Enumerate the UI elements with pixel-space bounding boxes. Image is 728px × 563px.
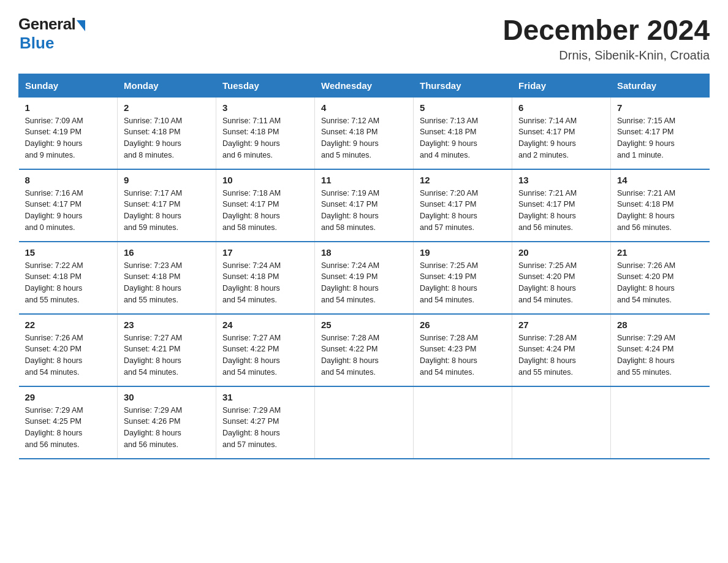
day-number: 30 bbox=[124, 392, 210, 402]
day-info: Sunrise: 7:09 AM Sunset: 4:19 PM Dayligh… bbox=[25, 115, 112, 161]
day-info: Sunrise: 7:28 AM Sunset: 4:24 PM Dayligh… bbox=[518, 332, 604, 378]
day-info: Sunrise: 7:10 AM Sunset: 4:18 PM Dayligh… bbox=[124, 115, 210, 161]
day-number: 25 bbox=[321, 320, 407, 330]
calendar-day-cell: 6Sunrise: 7:14 AM Sunset: 4:17 PM Daylig… bbox=[512, 97, 611, 169]
location-subtitle: Drnis, Sibenik-Knin, Croatia bbox=[502, 48, 710, 63]
calendar-table: SundayMondayTuesdayWednesdayThursdayFrid… bbox=[18, 74, 710, 459]
day-number: 19 bbox=[420, 247, 506, 258]
calendar-day-cell: 5Sunrise: 7:13 AM Sunset: 4:18 PM Daylig… bbox=[414, 97, 512, 169]
header-tuesday: Tuesday bbox=[216, 74, 315, 97]
calendar-day-cell bbox=[512, 386, 611, 459]
day-number: 8 bbox=[25, 175, 112, 185]
day-info: Sunrise: 7:17 AM Sunset: 4:17 PM Dayligh… bbox=[124, 188, 210, 234]
calendar-day-cell bbox=[315, 386, 414, 459]
calendar-day-cell: 23Sunrise: 7:27 AM Sunset: 4:21 PM Dayli… bbox=[118, 314, 216, 386]
day-info: Sunrise: 7:21 AM Sunset: 4:18 PM Dayligh… bbox=[617, 188, 703, 234]
logo-arrow-icon bbox=[77, 20, 85, 31]
calendar-day-cell: 12Sunrise: 7:20 AM Sunset: 4:17 PM Dayli… bbox=[414, 169, 512, 242]
calendar-day-cell: 22Sunrise: 7:26 AM Sunset: 4:20 PM Dayli… bbox=[19, 314, 118, 386]
calendar-day-cell: 31Sunrise: 7:29 AM Sunset: 4:27 PM Dayli… bbox=[216, 386, 315, 459]
day-info: Sunrise: 7:29 AM Sunset: 4:24 PM Dayligh… bbox=[617, 332, 703, 378]
day-number: 4 bbox=[321, 102, 407, 113]
month-title: December 2024 bbox=[502, 15, 710, 46]
calendar-week-row: 22Sunrise: 7:26 AM Sunset: 4:20 PM Dayli… bbox=[19, 314, 710, 386]
calendar-day-cell: 16Sunrise: 7:23 AM Sunset: 4:18 PM Dayli… bbox=[118, 242, 216, 314]
calendar-day-cell: 17Sunrise: 7:24 AM Sunset: 4:18 PM Dayli… bbox=[216, 242, 315, 314]
day-info: Sunrise: 7:18 AM Sunset: 4:17 PM Dayligh… bbox=[222, 188, 308, 234]
calendar-day-cell: 27Sunrise: 7:28 AM Sunset: 4:24 PM Dayli… bbox=[512, 314, 611, 386]
day-info: Sunrise: 7:23 AM Sunset: 4:18 PM Dayligh… bbox=[124, 260, 210, 306]
calendar-week-row: 29Sunrise: 7:29 AM Sunset: 4:25 PM Dayli… bbox=[19, 386, 710, 459]
header-thursday: Thursday bbox=[414, 74, 512, 97]
day-number: 18 bbox=[321, 247, 407, 258]
day-number: 20 bbox=[518, 247, 604, 258]
day-number: 7 bbox=[617, 102, 703, 113]
calendar-day-cell: 18Sunrise: 7:24 AM Sunset: 4:19 PM Dayli… bbox=[315, 242, 414, 314]
day-number: 6 bbox=[518, 102, 604, 113]
day-number: 21 bbox=[617, 247, 703, 258]
page-header: General Blue December 2024 Drnis, Sibeni… bbox=[18, 15, 710, 63]
day-info: Sunrise: 7:12 AM Sunset: 4:18 PM Dayligh… bbox=[321, 115, 407, 161]
day-info: Sunrise: 7:28 AM Sunset: 4:22 PM Dayligh… bbox=[321, 332, 407, 378]
day-info: Sunrise: 7:29 AM Sunset: 4:25 PM Dayligh… bbox=[25, 405, 112, 451]
day-info: Sunrise: 7:25 AM Sunset: 4:20 PM Dayligh… bbox=[518, 260, 604, 306]
calendar-day-cell: 19Sunrise: 7:25 AM Sunset: 4:19 PM Dayli… bbox=[414, 242, 512, 314]
calendar-day-cell: 4Sunrise: 7:12 AM Sunset: 4:18 PM Daylig… bbox=[315, 97, 414, 169]
day-number: 28 bbox=[617, 320, 703, 330]
day-number: 16 bbox=[124, 247, 210, 258]
day-number: 11 bbox=[321, 175, 407, 185]
calendar-day-cell: 11Sunrise: 7:19 AM Sunset: 4:17 PM Dayli… bbox=[315, 169, 414, 242]
calendar-day-cell: 15Sunrise: 7:22 AM Sunset: 4:18 PM Dayli… bbox=[19, 242, 118, 314]
day-info: Sunrise: 7:13 AM Sunset: 4:18 PM Dayligh… bbox=[420, 115, 506, 161]
calendar-day-cell: 9Sunrise: 7:17 AM Sunset: 4:17 PM Daylig… bbox=[118, 169, 216, 242]
day-info: Sunrise: 7:11 AM Sunset: 4:18 PM Dayligh… bbox=[222, 115, 308, 161]
header-sunday: Sunday bbox=[19, 74, 118, 97]
day-number: 13 bbox=[518, 175, 604, 185]
header-friday: Friday bbox=[512, 74, 611, 97]
day-info: Sunrise: 7:20 AM Sunset: 4:17 PM Dayligh… bbox=[420, 188, 506, 234]
day-number: 15 bbox=[25, 247, 112, 258]
calendar-day-cell: 8Sunrise: 7:16 AM Sunset: 4:17 PM Daylig… bbox=[19, 169, 118, 242]
day-number: 26 bbox=[420, 320, 506, 330]
title-area: December 2024 Drnis, Sibenik-Knin, Croat… bbox=[502, 15, 710, 63]
day-number: 29 bbox=[25, 392, 112, 402]
day-info: Sunrise: 7:16 AM Sunset: 4:17 PM Dayligh… bbox=[25, 188, 112, 234]
calendar-day-cell: 30Sunrise: 7:29 AM Sunset: 4:26 PM Dayli… bbox=[118, 386, 216, 459]
day-number: 2 bbox=[124, 102, 210, 113]
day-info: Sunrise: 7:29 AM Sunset: 4:26 PM Dayligh… bbox=[124, 405, 210, 451]
day-number: 9 bbox=[124, 175, 210, 185]
day-info: Sunrise: 7:26 AM Sunset: 4:20 PM Dayligh… bbox=[617, 260, 703, 306]
logo: General Blue bbox=[18, 15, 85, 53]
calendar-day-cell: 3Sunrise: 7:11 AM Sunset: 4:18 PM Daylig… bbox=[216, 97, 315, 169]
calendar-header-row: SundayMondayTuesdayWednesdayThursdayFrid… bbox=[19, 74, 710, 97]
header-wednesday: Wednesday bbox=[315, 74, 414, 97]
day-info: Sunrise: 7:28 AM Sunset: 4:23 PM Dayligh… bbox=[420, 332, 506, 378]
calendar-day-cell bbox=[611, 386, 710, 459]
calendar-day-cell: 13Sunrise: 7:21 AM Sunset: 4:17 PM Dayli… bbox=[512, 169, 611, 242]
calendar-day-cell: 20Sunrise: 7:25 AM Sunset: 4:20 PM Dayli… bbox=[512, 242, 611, 314]
header-monday: Monday bbox=[118, 74, 216, 97]
header-saturday: Saturday bbox=[611, 74, 710, 97]
day-info: Sunrise: 7:24 AM Sunset: 4:18 PM Dayligh… bbox=[222, 260, 308, 306]
day-number: 22 bbox=[25, 320, 112, 330]
day-number: 31 bbox=[222, 392, 308, 402]
day-number: 3 bbox=[222, 102, 308, 113]
day-info: Sunrise: 7:21 AM Sunset: 4:17 PM Dayligh… bbox=[518, 188, 604, 234]
calendar-day-cell: 2Sunrise: 7:10 AM Sunset: 4:18 PM Daylig… bbox=[118, 97, 216, 169]
calendar-week-row: 8Sunrise: 7:16 AM Sunset: 4:17 PM Daylig… bbox=[19, 169, 710, 242]
calendar-day-cell: 29Sunrise: 7:29 AM Sunset: 4:25 PM Dayli… bbox=[19, 386, 118, 459]
day-info: Sunrise: 7:27 AM Sunset: 4:22 PM Dayligh… bbox=[222, 332, 308, 378]
calendar-day-cell: 14Sunrise: 7:21 AM Sunset: 4:18 PM Dayli… bbox=[611, 169, 710, 242]
day-info: Sunrise: 7:15 AM Sunset: 4:17 PM Dayligh… bbox=[617, 115, 703, 161]
calendar-day-cell: 1Sunrise: 7:09 AM Sunset: 4:19 PM Daylig… bbox=[19, 97, 118, 169]
day-info: Sunrise: 7:26 AM Sunset: 4:20 PM Dayligh… bbox=[25, 332, 112, 378]
calendar-day-cell: 7Sunrise: 7:15 AM Sunset: 4:17 PM Daylig… bbox=[611, 97, 710, 169]
day-info: Sunrise: 7:19 AM Sunset: 4:17 PM Dayligh… bbox=[321, 188, 407, 234]
day-number: 14 bbox=[617, 175, 703, 185]
day-info: Sunrise: 7:27 AM Sunset: 4:21 PM Dayligh… bbox=[124, 332, 210, 378]
day-info: Sunrise: 7:25 AM Sunset: 4:19 PM Dayligh… bbox=[420, 260, 506, 306]
day-number: 10 bbox=[222, 175, 308, 185]
day-info: Sunrise: 7:14 AM Sunset: 4:17 PM Dayligh… bbox=[518, 115, 604, 161]
calendar-day-cell: 10Sunrise: 7:18 AM Sunset: 4:17 PM Dayli… bbox=[216, 169, 315, 242]
day-number: 5 bbox=[420, 102, 506, 113]
